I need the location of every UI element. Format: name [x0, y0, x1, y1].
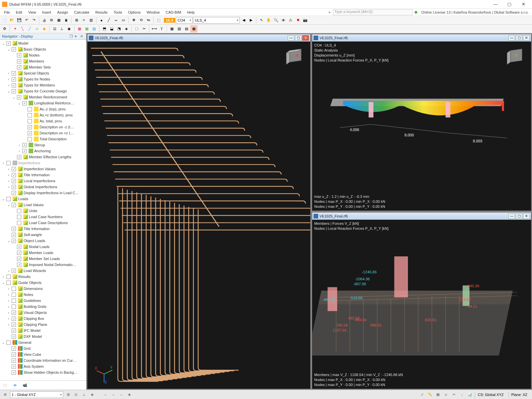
tree-checkbox[interactable]	[12, 203, 16, 207]
open-file-icon[interactable]: 📂	[9, 17, 15, 24]
tree-item[interactable]: ›Results	[0, 274, 86, 280]
tree-toggle-icon[interactable]: ›	[7, 179, 11, 183]
warning-icon[interactable]: ⚠	[287, 17, 294, 24]
units-icon[interactable]: 📏	[427, 392, 433, 398]
menu-assign[interactable]: Assign	[55, 10, 71, 15]
tree-item[interactable]: ›Special Objects	[0, 70, 86, 76]
menu-view[interactable]: View	[26, 10, 39, 15]
tree-checkbox[interactable]	[6, 41, 11, 46]
osnap-toggle-icon[interactable]: ◈	[89, 392, 95, 398]
tree-item[interactable]: Load Case Descriptions	[0, 220, 86, 226]
menu-options[interactable]: Options	[125, 10, 143, 15]
tree-item[interactable]: ›Anchoring	[0, 148, 86, 154]
tree-toggle-icon[interactable]: ›	[7, 311, 11, 315]
tree-checkbox[interactable]	[17, 215, 21, 219]
tree-item[interactable]: ›Types for Members	[0, 82, 86, 88]
minimize-button[interactable]: ―	[489, 1, 502, 8]
tree-item[interactable]: Coordinate Information on Cur…	[0, 357, 86, 363]
tree-toggle-icon[interactable]: ›	[1, 161, 5, 165]
tree-checkbox[interactable]	[12, 185, 16, 189]
viewport-displacement[interactable]: VE1025_Final.rf6 — ▢ ✕ CO4 : ULS_4Static…	[312, 34, 531, 211]
menu-window[interactable]: Window	[144, 10, 162, 15]
tree-checkbox[interactable]	[12, 173, 16, 177]
tree-checkbox[interactable]	[12, 287, 16, 291]
render-trans-icon[interactable]: ▨	[91, 26, 97, 32]
tree-item[interactable]: Title Information	[0, 226, 86, 232]
viewport-disp-canvas[interactable]: CO4 : ULS_4Static AnalysisDisplacements …	[312, 42, 531, 210]
select-icon[interactable]: ↖	[258, 17, 265, 24]
tree-checkbox[interactable]	[12, 299, 16, 303]
menu-help[interactable]: Help	[185, 10, 198, 15]
load-case-icon[interactable]: ⬚	[155, 17, 162, 24]
tree-toggle-icon[interactable]: ›	[1, 275, 5, 279]
tree-item[interactable]: ⌄Load Values	[0, 202, 86, 208]
mirror-icon[interactable]: ⇋	[145, 17, 152, 24]
tree-item[interactable]: Grid	[0, 345, 86, 351]
tree-item[interactable]: Nodes	[0, 52, 86, 58]
table-icon[interactable]: ▦	[56, 17, 62, 24]
view-xz-icon[interactable]: ▫	[118, 392, 124, 398]
load-combo-select[interactable]: CO4	[176, 17, 193, 24]
view-3d-icon[interactable]: ◈	[126, 392, 132, 398]
tree-item[interactable]: DXF Model	[0, 333, 86, 339]
tree-toggle-icon[interactable]: ›	[7, 77, 11, 81]
select-node-icon[interactable]: ✦	[12, 26, 18, 32]
tree-item[interactable]: ⌄Types for Concrete Design	[0, 88, 86, 94]
tree-checkbox[interactable]	[17, 95, 21, 99]
tree-checkbox[interactable]	[28, 107, 32, 111]
tree-toggle-icon[interactable]: ⌄	[1, 281, 5, 285]
tree-item[interactable]: View Cube	[0, 351, 86, 357]
navigator-data-tab-icon[interactable]: ⬚	[2, 382, 8, 388]
navigator-views-tab-icon[interactable]: 📹	[22, 382, 28, 388]
tree-checkbox[interactable]	[12, 352, 16, 357]
clip-icon[interactable]: ✂	[141, 26, 147, 32]
columns-icon[interactable]: ▥	[88, 17, 94, 24]
tree-checkbox[interactable]	[12, 358, 16, 363]
viewport-min-icon[interactable]: —	[288, 35, 294, 41]
tree-item[interactable]: Description on -z (t…	[0, 124, 86, 130]
tree-checkbox[interactable]	[12, 305, 16, 309]
tree-checkbox[interactable]	[12, 179, 16, 183]
tree-checkbox[interactable]	[12, 191, 16, 195]
select-member-icon[interactable]: ╱	[26, 26, 33, 32]
polar-icon[interactable]: ◉	[66, 26, 72, 32]
calculator-icon[interactable]: 🖩	[63, 17, 69, 24]
tree-item[interactable]: ⌄Basic Objects	[0, 46, 86, 52]
viewport-min-icon[interactable]: —	[508, 35, 515, 41]
results-iso-icon[interactable]: ▧	[176, 26, 183, 32]
tree-checkbox[interactable]	[12, 71, 16, 75]
tree-checkbox[interactable]	[12, 239, 16, 243]
viewport-forces-canvas[interactable]: Members | Forces V_Z [kN]Nodes | Local R…	[312, 220, 531, 389]
tree-item[interactable]: ›Notes	[0, 292, 86, 298]
tree-checkbox[interactable]	[17, 65, 21, 69]
tree-toggle-icon[interactable]: ⌄	[1, 341, 5, 344]
tree-checkbox[interactable]	[6, 340, 11, 345]
tree-checkbox[interactable]	[22, 149, 27, 153]
viewport-max-icon[interactable]: ▢	[516, 213, 522, 219]
section-icon[interactable]: ⬚	[133, 26, 140, 32]
next-icon[interactable]: ▶	[248, 17, 254, 24]
menu-edit[interactable]: Edit	[13, 10, 25, 15]
results-status-icon[interactable]: 📊	[467, 392, 473, 398]
tree-toggle-icon[interactable]: ›	[7, 167, 11, 171]
tree-item[interactable]: IFC Model	[0, 328, 86, 333]
ortho-icon[interactable]: ⊥	[59, 26, 65, 32]
loads-status-icon[interactable]: ↓	[459, 392, 465, 398]
save-icon[interactable]: 💾	[16, 17, 23, 24]
viewport-main-canvas[interactable]: -X Y X Z	[87, 42, 310, 389]
viewport-close-icon[interactable]: ✕	[302, 35, 309, 41]
tree-checkbox[interactable]	[12, 83, 16, 87]
tree-toggle-icon[interactable]: ›	[7, 317, 11, 321]
text-icon[interactable]: T	[158, 26, 165, 32]
tree-item[interactable]: ⌄Object Loads	[0, 238, 86, 244]
tree-checkbox[interactable]	[28, 137, 32, 141]
tree-toggle-icon[interactable]: ›	[7, 269, 11, 273]
tree-checkbox[interactable]	[12, 317, 16, 321]
tree-item[interactable]: Show Hidden Objects in Backg…	[0, 369, 86, 375]
tree-toggle-icon[interactable]: ⌄	[7, 203, 11, 207]
tree-checkbox[interactable]	[12, 334, 16, 339]
tree-item[interactable]: Member Loads	[0, 250, 86, 256]
viewport-min-icon[interactable]: —	[508, 213, 515, 219]
tree-checkbox[interactable]	[17, 245, 21, 249]
navigator-close-icon[interactable]: ✕	[80, 34, 84, 38]
